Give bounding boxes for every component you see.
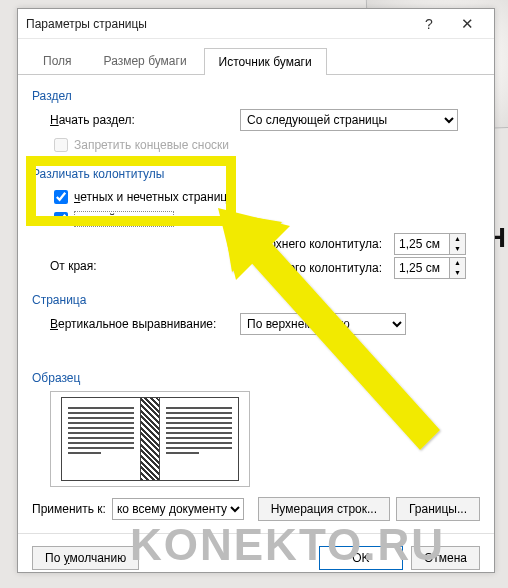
spinner-arrows[interactable]: ▲▼ [449,234,465,254]
section-start-select[interactable]: Со следующей страницы [240,109,458,131]
footer-distance-label: до него колонтитула: [212,261,382,275]
page-group-title: Страница [32,293,480,307]
preview-page-right [159,397,239,481]
page-setup-dialog: Параметры страницы ? ✕ Поля Размер бумаг… [17,8,495,573]
first-page-row: первой страницы [50,209,480,229]
tab-margins[interactable]: Поля [28,47,87,74]
ok-button[interactable]: OK [319,546,403,570]
odd-even-row: четных и нечетных страниц [50,187,480,207]
suppress-endnotes-label: Запретить концевые сноски [74,138,229,152]
tab-strip: Поля Размер бумаги Источник бумаги [18,39,494,75]
footer-distance-input[interactable] [395,258,449,278]
spinner-arrows[interactable]: ▲▼ [449,258,465,278]
section-start-label: Начать раздел: [50,113,240,127]
first-page-label: первой страницы [74,211,174,227]
borders-button[interactable]: Границы... [396,497,480,521]
preview-title: Образец [32,371,480,385]
valign-row: Вертикальное выравнивание: По верхнему к… [50,313,480,335]
odd-even-checkbox[interactable] [54,190,68,204]
apply-to-select[interactable]: ко всему документу [112,498,244,520]
valign-select[interactable]: По верхнему краю [240,313,406,335]
suppress-endnotes-checkbox [54,138,68,152]
header-distance-input[interactable] [395,234,449,254]
close-button[interactable]: ✕ [448,9,486,39]
from-edge-label: От края: [50,259,130,273]
tab-content: Раздел Начать раздел: Со следующей стран… [18,75,494,493]
header-distance-row: до верхнего колонтитула: ▲▼ [32,233,466,255]
section-start-row: Начать раздел: Со следующей страницы [50,109,480,131]
separator [18,533,494,534]
titlebar: Параметры страницы ? ✕ [18,9,494,39]
dialog-title: Параметры страницы [26,9,410,39]
default-button[interactable]: По умолчанию [32,546,139,570]
cancel-button[interactable]: Отмена [411,546,480,570]
apply-row: Применить к: ко всему документу Нумераци… [18,493,494,529]
first-page-checkbox[interactable] [54,212,68,226]
valign-label: Вертикальное выравнивание: [50,317,240,331]
line-numbers-button[interactable]: Нумерация строк... [258,497,390,521]
help-button[interactable]: ? [410,9,448,39]
suppress-endnotes-row: Запретить концевые сноски [50,135,480,155]
header-distance-spinner[interactable]: ▲▼ [394,233,466,255]
preview-pane [50,391,250,487]
tab-paper-size[interactable]: Размер бумаги [89,47,202,74]
headers-group-title: Различать колонтитулы [32,167,480,181]
dialog-footer: По умолчанию OK Отмена [18,538,494,580]
tab-paper-source[interactable]: Источник бумаги [204,48,327,75]
footer-distance-spinner[interactable]: ▲▼ [394,257,466,279]
preview-page-left [61,397,141,481]
section-razdel-title: Раздел [32,89,480,103]
apply-to-label: Применить к: [32,502,106,516]
header-distance-label: до верхнего колонтитула: [212,237,382,251]
preview-spine [141,397,159,481]
odd-even-label: четных и нечетных страниц [74,190,227,204]
